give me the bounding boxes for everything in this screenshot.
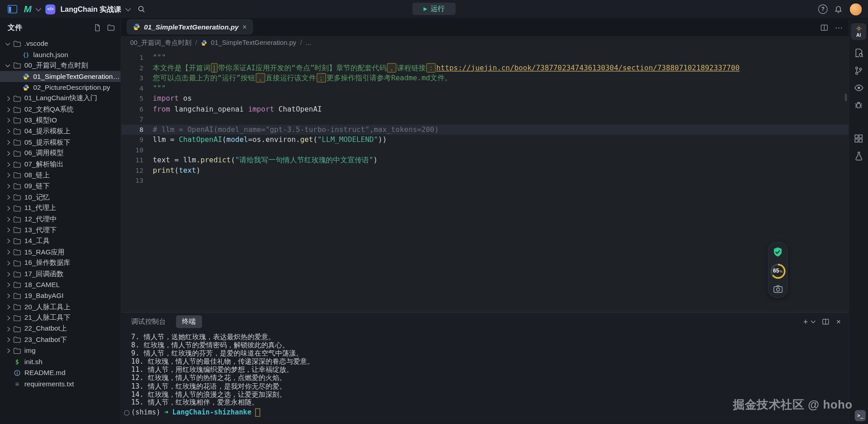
close-panel-icon[interactable]: ×: [836, 317, 841, 325]
new-file-icon[interactable]: [94, 24, 101, 32]
tree-folder-17_回调函数[interactable]: 17_回调函数: [0, 268, 121, 279]
chevron-right-icon[interactable]: [5, 184, 10, 189]
tree-folder-20_人脉工具上[interactable]: 20_人脉工具上: [0, 302, 121, 312]
chevron-right-icon[interactable]: [5, 327, 10, 331]
tree-file-launch.json[interactable]: {}launch.json: [0, 49, 121, 60]
tab-terminal[interactable]: 终端: [176, 315, 202, 328]
beaker-icon[interactable]: [854, 151, 863, 161]
tree-folder-02_文档QA系统[interactable]: 02_文档QA系统: [0, 104, 121, 115]
chevron-right-icon[interactable]: [5, 107, 10, 112]
breadcrumb-folder[interactable]: 00_开篇词_奇点时刻: [130, 38, 191, 48]
chevron-right-icon[interactable]: [5, 283, 10, 287]
folder-icon: [13, 292, 21, 299]
chevron-right-icon[interactable]: [5, 239, 10, 244]
chevron-right-icon[interactable]: [5, 129, 10, 134]
chevron-right-icon[interactable]: [5, 228, 10, 232]
close-icon[interactable]: ×: [242, 23, 246, 30]
search-button[interactable]: [135, 2, 148, 15]
tree-folder-01_LangChain快速入门[interactable]: 01_LangChain快速入门: [0, 93, 121, 104]
bug-icon[interactable]: [854, 100, 863, 110]
tree-folder-03_模型IO[interactable]: 03_模型IO: [0, 115, 121, 126]
chevron-right-icon[interactable]: [5, 294, 10, 298]
editor-scrollbar[interactable]: [845, 94, 847, 102]
tree-folder-07_解析输出[interactable]: 07_解析输出: [0, 159, 121, 170]
tree-folder-04_提示模板上[interactable]: 04_提示模板上: [0, 126, 121, 137]
tree-folder-13_代理下[interactable]: 13_代理下: [0, 225, 121, 236]
chevron-right-icon[interactable]: [5, 349, 10, 353]
breadcrumb-more[interactable]: ...: [306, 39, 311, 47]
chevron-right-icon[interactable]: [5, 162, 10, 166]
tree-file-README.md[interactable]: README.md: [0, 367, 121, 378]
chevron-right-icon[interactable]: [5, 206, 10, 210]
chevron-right-icon[interactable]: [5, 272, 10, 276]
progress-ring[interactable]: 65%: [770, 264, 785, 279]
chevron-right-icon[interactable]: [5, 316, 10, 320]
chevron-down-icon[interactable]: [811, 318, 815, 323]
chevron-right-icon[interactable]: [5, 195, 10, 200]
chevron-down-icon[interactable]: [5, 63, 10, 67]
tree-folder-14_工具[interactable]: 14_工具: [0, 236, 121, 247]
tree-file-02_PictureDescription.py[interactable]: 02_PictureDescription.py: [0, 82, 121, 93]
chevron-right-icon[interactable]: [5, 261, 10, 265]
file-search-icon[interactable]: [854, 48, 863, 58]
tree-folder-10_记忆[interactable]: 10_记忆: [0, 192, 121, 203]
tree-folder-09_链下[interactable]: 09_链下: [0, 181, 121, 192]
chevron-right-icon[interactable]: [5, 118, 10, 123]
chevron-right-icon[interactable]: [5, 151, 10, 156]
terminal-prompt[interactable]: (shims) ➜ LangChain-shizhanke: [131, 409, 849, 417]
more-actions-icon[interactable]: ⋯: [835, 23, 843, 32]
run-button[interactable]: ▶ 运行: [412, 3, 455, 15]
code-line-7: 7: [121, 114, 849, 125]
tree-folder-06_调用模型[interactable]: 06_调用模型: [0, 148, 121, 159]
chevron-down-icon[interactable]: [36, 5, 41, 11]
chevron-down-icon[interactable]: [5, 41, 10, 45]
help-icon[interactable]: ?: [818, 5, 828, 14]
tree-folder-21_人脉工具下[interactable]: 21_人脉工具下: [0, 312, 121, 323]
split-panel-icon[interactable]: [822, 318, 829, 325]
workspace-name[interactable]: LangChain 实战课: [60, 4, 121, 14]
chevron-right-icon[interactable]: [5, 140, 10, 145]
tree-folder-11_代理上[interactable]: 11_代理上: [0, 203, 121, 214]
eye-icon[interactable]: [854, 84, 863, 92]
tree-folder-19_BabyAGI[interactable]: 19_BabyAGI: [0, 291, 121, 302]
avatar[interactable]: [849, 2, 862, 15]
tree-folder-.vscode[interactable]: .vscode: [0, 38, 121, 49]
tree-folder-00_开篇词_奇点时刻[interactable]: 00_开篇词_奇点时刻: [0, 60, 121, 71]
breadcrumb-file[interactable]: 01_SimpleTextGeneration.py: [211, 39, 296, 47]
chevron-right-icon[interactable]: [5, 305, 10, 309]
chevron-right-icon[interactable]: [5, 173, 10, 178]
new-folder-icon[interactable]: [107, 24, 115, 32]
chevron-right-icon[interactable]: [5, 217, 10, 221]
new-terminal-icon[interactable]: +: [803, 317, 808, 326]
chevron-down-icon[interactable]: [125, 5, 131, 11]
chevron-right-icon[interactable]: [5, 337, 10, 342]
editor-tab-active[interactable]: 01_SimpleTextGeneration.py ×: [127, 19, 253, 34]
ai-assistant-button[interactable]: AI: [851, 23, 866, 40]
folder-icon: [13, 336, 21, 343]
tree-folder-05_提示模板下[interactable]: 05_提示模板下: [0, 137, 121, 148]
tree-folder-22_Chatbot上[interactable]: 22_Chatbot上: [0, 323, 121, 334]
camera-icon[interactable]: [773, 285, 782, 293]
tree-file-01_SimpleTextGeneration.py[interactable]: 01_SimpleTextGeneration.py: [0, 71, 121, 82]
tree-folder-12_代理中[interactable]: 12_代理中: [0, 214, 121, 224]
tree-folder-23_Chatbot下[interactable]: 23_Chatbot下: [0, 334, 121, 345]
tree-file-init.sh[interactable]: $init.sh: [0, 356, 121, 367]
chevron-right-icon[interactable]: [5, 96, 10, 101]
shield-check-icon[interactable]: [772, 247, 783, 258]
split-editor-icon[interactable]: [820, 24, 828, 32]
extensions-grid-icon[interactable]: [854, 134, 863, 143]
code-editor[interactable]: 1"""2本文件是【开篇词|带你亲证AI应用开发的“奇点”时刻】章节的配套代码，…: [121, 49, 849, 312]
sidebar-toggle-button[interactable]: [5, 2, 19, 15]
chevron-right-icon[interactable]: [5, 250, 10, 254]
tree-folder-15_RAG应用[interactable]: 15_RAG应用: [0, 247, 121, 258]
git-branch-icon[interactable]: [854, 66, 863, 75]
bell-icon[interactable]: [834, 5, 842, 14]
tree-folder-08_链上[interactable]: 08_链上: [0, 170, 121, 181]
terminal[interactable]: 7. 情人节，送她红玫瑰，表达最炽热的爱意。8. 红玫瑰，情人节的爱情密码，解锁…: [121, 330, 849, 424]
tab-debug-console[interactable]: 调试控制台: [129, 315, 168, 328]
tree-file-requirements.txt[interactable]: ≡requirements.txt: [0, 378, 121, 389]
ide-logo[interactable]: M: [24, 4, 32, 15]
tree-folder-16_操作数据库[interactable]: 16_操作数据库: [0, 258, 121, 268]
tree-folder-img[interactable]: img: [0, 346, 121, 356]
tree-folder-18_CAMEL[interactable]: 18_CAMEL: [0, 280, 121, 291]
